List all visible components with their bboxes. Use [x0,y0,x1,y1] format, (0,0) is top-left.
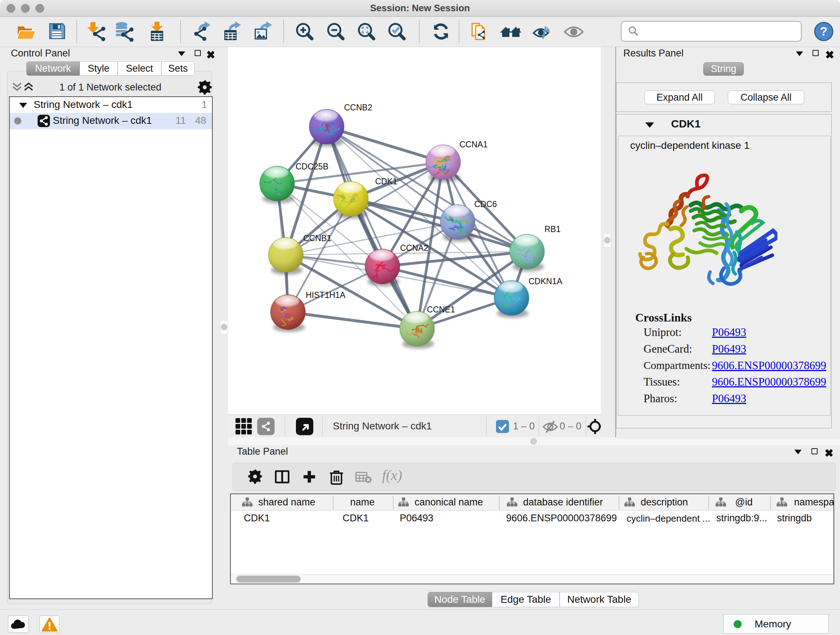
svg-text:RB1: RB1 [545,225,561,234]
svg-text:CDC6: CDC6 [474,200,497,209]
svg-text:?: ? [820,24,828,38]
svg-text:CDC25B: CDC25B [295,162,328,171]
svg-text:CCNB1: CCNB1 [303,233,332,243]
svg-text:HIST1H1A: HIST1H1A [306,290,346,300]
svg-text:CCNE1: CCNE1 [427,305,455,314]
svg-text:CDK1: CDK1 [375,177,397,186]
svg-text:CCNB2: CCNB2 [344,103,372,112]
svg-text:CCNA2: CCNA2 [400,243,428,253]
svg-text:CDKN1A: CDKN1A [529,277,562,286]
svg-text:CCNA1: CCNA1 [459,140,488,149]
